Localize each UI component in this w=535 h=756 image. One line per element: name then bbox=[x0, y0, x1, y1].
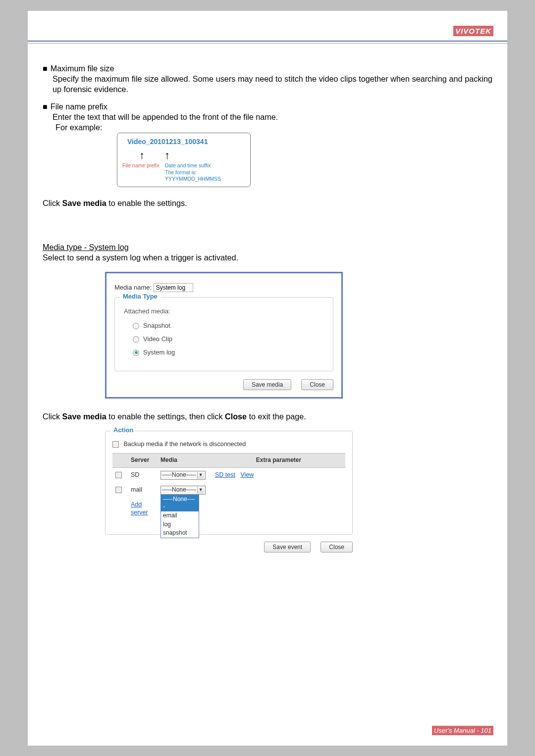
media-settings-dialog: Media name: Media Type Attached media: S… bbox=[105, 272, 343, 399]
col-extra: Extra parameter bbox=[212, 454, 345, 468]
table-row: SD -----None----- ▼ SD test View bbox=[112, 467, 345, 483]
attached-media-label: Attached media: bbox=[124, 307, 324, 316]
server-cell: mail bbox=[128, 483, 158, 498]
section-file-name-prefix: ■File name prefix Enter the text that wi… bbox=[43, 101, 492, 187]
dropdown-option-none[interactable]: -----None----- bbox=[161, 495, 199, 511]
example-labels: File name prefix Date and time suffix Th… bbox=[122, 162, 245, 183]
media-type-heading: Media type - System log bbox=[43, 242, 492, 252]
radio-label: Snapshot bbox=[143, 322, 170, 330]
example-filename: Video_20101213_100341 bbox=[127, 137, 245, 146]
save-media-button[interactable]: Save media bbox=[243, 379, 291, 390]
arrow-row: ↑ ↑ bbox=[139, 149, 245, 163]
add-server-link[interactable]: Add server bbox=[131, 501, 148, 516]
media-type-desc: Select to send a system log when a trigg… bbox=[43, 252, 492, 263]
bullet-icon: ■ bbox=[43, 102, 48, 111]
media-dropdown-open[interactable]: -----None----- email log snapshot bbox=[160, 495, 199, 538]
radio-snapshot[interactable]: Snapshot bbox=[133, 322, 324, 330]
checkbox-icon bbox=[112, 441, 119, 448]
page-footer: User's Manual - 101 bbox=[432, 726, 493, 735]
backup-label: Backup media if the network is disconnec… bbox=[123, 441, 246, 448]
media-name-row: Media name: bbox=[114, 283, 333, 292]
bullet-icon: ■ bbox=[43, 64, 48, 73]
section-media-type-systemlog: Media type - System log Select to send a… bbox=[43, 242, 492, 263]
radio-icon bbox=[133, 323, 139, 329]
radio-video-clip[interactable]: Video Clip bbox=[133, 335, 324, 344]
checkbox-icon[interactable] bbox=[115, 472, 122, 478]
action-legend: Action bbox=[110, 426, 136, 435]
arrow-up-icon: ↑ bbox=[164, 149, 170, 163]
section-title: File name prefix bbox=[51, 102, 107, 111]
radio-icon bbox=[133, 336, 139, 343]
page-header: VIVOTEK bbox=[28, 11, 507, 41]
view-link[interactable]: View bbox=[240, 471, 254, 478]
close-button[interactable]: Close bbox=[301, 379, 333, 390]
page-content: ■Maximum file size Specify the maximum f… bbox=[28, 44, 507, 553]
media-type-fieldset: Media Type Attached media: Snapshot Vide… bbox=[114, 297, 333, 371]
radio-system-log[interactable]: System log bbox=[133, 349, 324, 357]
media-name-label: Media name: bbox=[114, 284, 152, 291]
radio-label: System log bbox=[143, 349, 175, 357]
chevron-down-icon: ▼ bbox=[197, 472, 204, 479]
dropdown-option-snapshot[interactable]: snapshot bbox=[161, 529, 199, 538]
media-select-sd[interactable]: -----None----- ▼ bbox=[160, 471, 206, 480]
filename-example-box: Video_20101213_100341 ↑ ↑ File name pref… bbox=[117, 133, 251, 187]
media-name-input[interactable] bbox=[154, 283, 193, 292]
for-example-label: For example: bbox=[55, 122, 492, 133]
section-desc: Enter the text that will be appended to … bbox=[53, 112, 492, 122]
action-fieldset: Action Backup media if the network is di… bbox=[105, 431, 353, 535]
col-server: Server bbox=[128, 454, 158, 468]
click-save-note-1: Click Save media to enable the settings. bbox=[43, 198, 492, 208]
sd-test-link[interactable]: SD test bbox=[215, 471, 235, 478]
chevron-down-icon: ▼ bbox=[197, 487, 204, 494]
media-select-mail[interactable]: -----None----- ▼ -----None----- email lo… bbox=[160, 486, 206, 495]
table-header-row: Server Media Extra parameter bbox=[112, 454, 345, 468]
section-max-file-size: ■Maximum file size Specify the maximum f… bbox=[43, 63, 492, 95]
radio-label: Video Clip bbox=[143, 335, 172, 344]
dialog-button-row: Save media Close bbox=[114, 379, 333, 390]
format-annotation: The format is: YYYYMMDD_HHMMSS bbox=[165, 169, 245, 183]
fieldset-legend: Media Type bbox=[120, 293, 160, 301]
close-button[interactable]: Close bbox=[321, 542, 353, 553]
table-row-add: Add server xxx dia ▼ bbox=[112, 498, 345, 520]
action-panel: Action Backup media if the network is di… bbox=[105, 431, 353, 553]
manual-page: VIVOTEK ■Maximum file size Specify the m… bbox=[28, 11, 507, 746]
radio-icon bbox=[133, 350, 139, 356]
arrow-up-icon: ↑ bbox=[139, 149, 145, 163]
dropdown-option-log[interactable]: log bbox=[161, 520, 199, 529]
action-button-row: Save event Close bbox=[105, 542, 353, 553]
prefix-annotation: File name prefix bbox=[122, 162, 160, 168]
section-title: Maximum file size bbox=[51, 64, 114, 73]
checkbox-icon[interactable] bbox=[115, 487, 122, 493]
dropdown-option-email[interactable]: email bbox=[161, 511, 199, 520]
server-media-table: Server Media Extra parameter SD -----Non… bbox=[112, 453, 345, 519]
col-media: Media bbox=[158, 454, 212, 468]
brand-label: VIVOTEK bbox=[453, 26, 493, 36]
section-desc: Specify the maximum file size allowed. S… bbox=[53, 74, 492, 95]
click-save-note-2: Click Save media to enable the settings,… bbox=[43, 411, 492, 422]
backup-row[interactable]: Backup media if the network is disconnec… bbox=[112, 440, 345, 448]
server-cell: SD bbox=[128, 467, 158, 483]
suffix-annotation: Date and time suffix bbox=[165, 162, 211, 168]
save-event-button[interactable]: Save event bbox=[264, 542, 311, 553]
table-row: mail -----None----- ▼ -----None----- ema… bbox=[112, 483, 345, 498]
